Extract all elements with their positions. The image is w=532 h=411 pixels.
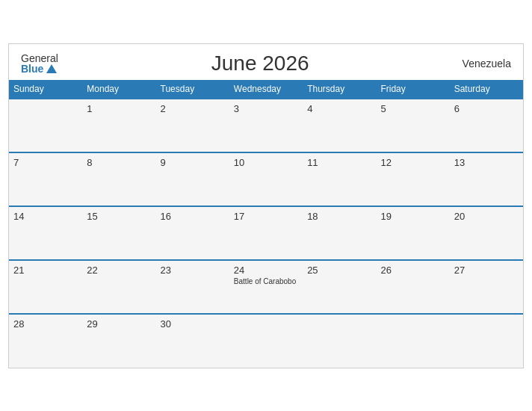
cell-w1-d1 xyxy=(9,99,82,152)
cell-w4-d6: 26 xyxy=(376,260,449,314)
day-number: 20 xyxy=(454,211,519,222)
day-number: 26 xyxy=(380,265,445,276)
week-row-5: 282930 xyxy=(9,314,523,368)
day-number: 16 xyxy=(161,211,225,222)
calendar-header: General Blue June 2026 Venezuela xyxy=(9,44,523,80)
calendar-thead: Sunday Monday Tuesday Wednesday Thursday… xyxy=(9,80,523,99)
cell-w1-d7: 6 xyxy=(450,99,523,152)
week-row-4: 21222324Battle of Carabobo252627 xyxy=(9,260,523,314)
cell-w4-d4: 24Battle of Carabobo xyxy=(229,260,303,314)
cell-w1-d3: 2 xyxy=(156,99,229,152)
day-number: 30 xyxy=(161,318,225,330)
day-number: 3 xyxy=(234,103,298,114)
col-wednesday: Wednesday xyxy=(229,80,303,99)
col-sunday: Sunday xyxy=(9,80,82,99)
day-number: 4 xyxy=(307,103,371,114)
cell-w2-d5: 11 xyxy=(303,152,376,206)
day-number: 8 xyxy=(87,157,151,168)
col-thursday: Thursday xyxy=(303,80,376,99)
day-number: 10 xyxy=(234,157,298,168)
cell-w3-d3: 16 xyxy=(156,206,229,260)
cell-w3-d4: 17 xyxy=(229,206,303,260)
logo-general-text: General xyxy=(21,53,58,64)
cell-w5-d5 xyxy=(303,314,376,368)
day-number: 21 xyxy=(13,265,78,276)
logo-blue-text: Blue xyxy=(21,64,58,74)
logo-triangle-icon xyxy=(46,64,57,73)
day-number: 9 xyxy=(161,157,225,168)
day-number: 14 xyxy=(13,211,78,222)
day-number: 19 xyxy=(380,211,445,222)
day-number: 27 xyxy=(454,265,519,276)
cell-w5-d2: 29 xyxy=(82,314,155,368)
day-number: 17 xyxy=(234,211,298,222)
day-number: 15 xyxy=(87,211,151,222)
calendar-title: June 2026 xyxy=(211,52,309,75)
cell-w1-d2: 1 xyxy=(82,99,155,152)
cell-w2-d3: 9 xyxy=(156,152,229,206)
cell-w5-d7 xyxy=(450,314,523,368)
day-number: 7 xyxy=(13,157,78,168)
day-number: 12 xyxy=(380,157,445,168)
cell-w3-d2: 15 xyxy=(82,206,155,260)
cell-w5-d3: 30 xyxy=(156,314,229,368)
cell-w4-d3: 23 xyxy=(156,260,229,314)
cell-w3-d1: 14 xyxy=(9,206,82,260)
day-number: 22 xyxy=(87,265,151,276)
cell-w1-d4: 3 xyxy=(229,99,303,152)
cell-w4-d1: 21 xyxy=(9,260,82,314)
cell-w3-d5: 18 xyxy=(303,206,376,260)
cell-w5-d1: 28 xyxy=(9,314,82,368)
cell-w4-d5: 25 xyxy=(303,260,376,314)
col-tuesday: Tuesday xyxy=(156,80,229,99)
col-monday: Monday xyxy=(82,80,155,99)
col-saturday: Saturday xyxy=(450,80,523,99)
cell-w2-d6: 12 xyxy=(376,152,449,206)
cell-w2-d7: 13 xyxy=(450,152,523,206)
day-number: 28 xyxy=(13,318,78,330)
week-row-2: 78910111213 xyxy=(9,152,523,206)
calendar-grid: Sunday Monday Tuesday Wednesday Thursday… xyxy=(9,80,523,368)
day-number: 18 xyxy=(307,211,371,222)
day-number: 11 xyxy=(307,157,371,168)
day-number: 24 xyxy=(234,265,298,276)
cell-w2-d2: 8 xyxy=(82,152,155,206)
day-number: 13 xyxy=(454,157,519,168)
logo: General Blue xyxy=(21,53,58,74)
calendar-container: General Blue June 2026 Venezuela Sunday … xyxy=(8,43,524,368)
day-number: 2 xyxy=(161,103,225,114)
calendar-country: Venezuela xyxy=(463,58,511,69)
day-number: 23 xyxy=(161,265,225,276)
cell-w2-d1: 7 xyxy=(9,152,82,206)
cell-w5-d6 xyxy=(376,314,449,368)
day-number: 6 xyxy=(454,103,519,114)
cell-w3-d6: 19 xyxy=(376,206,449,260)
day-number: 29 xyxy=(87,318,151,330)
days-header-row: Sunday Monday Tuesday Wednesday Thursday… xyxy=(9,80,523,99)
calendar-body: 123456789101112131415161718192021222324B… xyxy=(9,99,523,368)
day-number: 1 xyxy=(87,103,151,114)
col-friday: Friday xyxy=(376,80,449,99)
week-row-3: 14151617181920 xyxy=(9,206,523,260)
cell-w1-d5: 4 xyxy=(303,99,376,152)
cell-w2-d4: 10 xyxy=(229,152,303,206)
day-number: 25 xyxy=(307,265,371,276)
event-label: Battle of Carabobo xyxy=(234,277,298,285)
day-number: 5 xyxy=(380,103,445,114)
cell-w1-d6: 5 xyxy=(376,99,449,152)
cell-w3-d7: 20 xyxy=(450,206,523,260)
cell-w5-d4 xyxy=(229,314,303,368)
cell-w4-d2: 22 xyxy=(82,260,155,314)
week-row-1: 123456 xyxy=(9,99,523,152)
cell-w4-d7: 27 xyxy=(450,260,523,314)
